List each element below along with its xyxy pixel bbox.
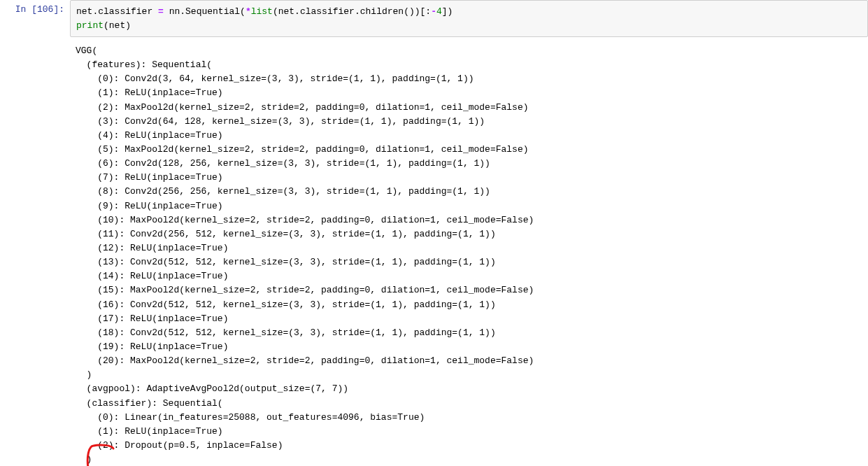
output-line: (5): MaxPool2d(kernel_size=2, stride=2, …	[76, 143, 862, 157]
output-cell: VGG( (features): Sequential( (0): Conv2d…	[0, 41, 868, 466]
code-token: -	[431, 6, 436, 17]
stdout-output: VGG( (features): Sequential( (0): Conv2d…	[70, 41, 868, 466]
output-line: (1): ReLU(inplace=True)	[76, 86, 862, 100]
output-line: (16): Conv2d(512, 512, kernel_size=(3, 3…	[76, 298, 862, 312]
output-line: (6): Conv2d(128, 256, kernel_size=(3, 3)…	[76, 157, 862, 171]
code-token: print	[76, 20, 104, 31]
code-token: =	[158, 6, 164, 17]
output-line: (avgpool): AdaptiveAvgPool2d(output_size…	[76, 382, 862, 396]
code-token: ])	[442, 6, 453, 17]
prompt-in-label: In	[15, 4, 31, 15]
output-line: )	[76, 368, 862, 382]
output-line: (4): ReLU(inplace=True)	[76, 129, 862, 143]
output-line: (14): ReLU(inplace=True)	[76, 269, 862, 283]
output-line: (8): Conv2d(256, 256, kernel_size=(3, 3)…	[76, 185, 862, 199]
output-line: (0): Conv2d(3, 64, kernel_size=(3, 3), s…	[76, 72, 862, 86]
code-token: list	[251, 6, 273, 17]
output-line: (13): Conv2d(512, 512, kernel_size=(3, 3…	[76, 255, 862, 269]
code-token: net.classifier	[76, 6, 158, 17]
output-line: (11): Conv2d(256, 512, kernel_size=(3, 3…	[76, 227, 862, 241]
notebook-cell: In [106]: net.classifier = nn.Sequential…	[0, 0, 868, 466]
output-line: (19): ReLU(inplace=True)	[76, 340, 862, 354]
prompt-in-number: [106]:	[31, 4, 64, 15]
input-prompt: In [106]:	[0, 0, 70, 15]
output-line: (10): MaxPool2d(kernel_size=2, stride=2,…	[76, 213, 862, 227]
code-cell: In [106]: net.classifier = nn.Sequential…	[0, 0, 868, 37]
output-line: (0): Linear(in_features=25088, out_featu…	[76, 411, 862, 425]
output-line: (3): Conv2d(64, 128, kernel_size=(3, 3),…	[76, 115, 862, 129]
output-line: (7): ReLU(inplace=True)	[76, 171, 862, 185]
output-line: (17): ReLU(inplace=True)	[76, 312, 862, 326]
output-line: (features): Sequential(	[76, 58, 862, 72]
code-input[interactable]: net.classifier = nn.Sequential(*list(net…	[70, 0, 868, 37]
output-line: (12): ReLU(inplace=True)	[76, 241, 862, 255]
output-line: (20): MaxPool2d(kernel_size=2, stride=2,…	[76, 354, 862, 368]
code-token: nn.Sequential(	[164, 6, 246, 17]
output-line: (2): Dropout(p=0.5, inplace=False)	[76, 439, 862, 453]
code-token: *	[246, 6, 251, 17]
code-token: 4	[436, 6, 442, 17]
output-line: )	[76, 453, 862, 466]
output-line: (18): Conv2d(512, 512, kernel_size=(3, 3…	[76, 326, 862, 340]
output-line: (15): MaxPool2d(kernel_size=2, stride=2,…	[76, 283, 862, 297]
output-line: (1): ReLU(inplace=True)	[76, 425, 862, 439]
output-line: (9): ReLU(inplace=True)	[76, 199, 862, 213]
output-line: VGG(	[76, 44, 862, 58]
output-line: (classifier): Sequential(	[76, 397, 862, 411]
code-token: (net)	[104, 20, 131, 31]
output-line: (2): MaxPool2d(kernel_size=2, stride=2, …	[76, 101, 862, 115]
code-token: (net.classifier.children())[:	[273, 6, 431, 17]
